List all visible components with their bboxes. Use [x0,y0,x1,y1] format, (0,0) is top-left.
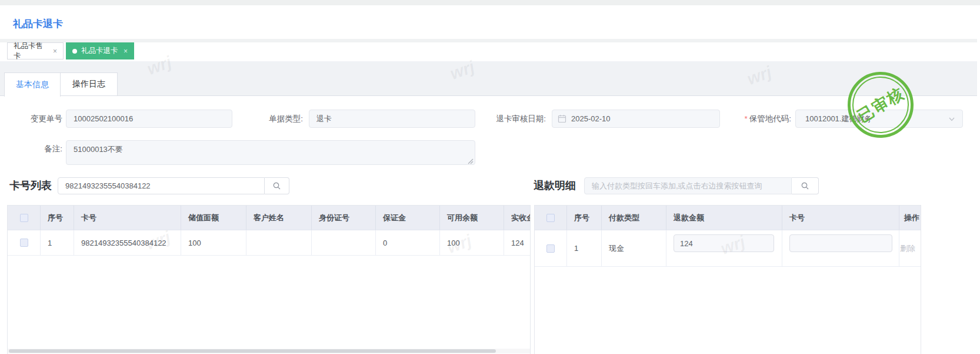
chevron-down-icon [948,115,955,123]
tab-basic-info[interactable]: 基本信息 [4,72,61,97]
row-checkbox[interactable] [546,244,555,253]
col-action: 操作 [899,206,921,230]
card-list-title: 卡号列表 [9,178,52,193]
col-balance: 可用余额 [440,206,504,230]
card-search-button[interactable] [265,177,289,194]
storage-location-value: 10012001.建德财务 [805,114,872,123]
row-checkbox[interactable] [20,239,28,247]
window-tab-bar: 礼品卡售卡 × 礼品卡退卡 × [0,42,977,61]
cell-deposit: 0 [376,230,440,256]
audit-date-label: 退卡审核日期: [447,110,546,128]
cell-pay-type: 现金 [602,230,666,267]
doc-type-label: 单据类型: [224,110,303,128]
refund-search-group [584,177,819,194]
cell-balance: 100 [440,230,504,256]
refund-search-button[interactable] [792,177,819,194]
page-header: 礼品卡退卡 [0,5,977,39]
col-face-value: 储值面额 [181,206,246,230]
search-icon [272,181,281,190]
refund-search-input[interactable] [584,177,792,194]
refund-amount-input[interactable] [674,234,774,252]
refund-header-row: 序号 付款类型 退款金额 卡号 操作 [535,206,921,230]
change-no-field[interactable] [66,110,232,128]
page-title: 礼品卡退卡 [13,17,63,31]
required-asterisk: * [744,114,747,123]
window-tab-label: 礼品卡退卡 [81,46,118,56]
refund-row: 1 现金 删除 [535,230,921,267]
close-icon[interactable]: × [124,47,128,55]
active-dot-icon [72,49,77,54]
storage-location-label: *保管地代码: [694,110,791,128]
col-card-no: 卡号 [782,206,899,230]
cell-card-no: 98214932355540384122 [74,230,181,256]
remark-field[interactable] [66,140,475,165]
cell-customer [246,230,312,256]
search-icon [801,181,809,190]
calendar-icon [558,114,566,123]
card-list-row: 1 98214932355540384122 100 0 100 124 [8,230,531,256]
cell-seq: 1 [41,230,74,256]
scrollbar-thumb[interactable] [9,349,496,353]
col-amount: 退款金额 [666,206,782,230]
col-id-no: 身份证号 [312,206,376,230]
tab-operation-log[interactable]: 操作日志 [61,72,118,96]
close-icon[interactable]: × [53,47,57,55]
storage-location-select[interactable]: 10012001.建德财务 [795,110,963,128]
cell-seq: 1 [567,230,602,267]
col-seq: 序号 [567,206,602,230]
top-strip [0,0,980,5]
col-card-no: 卡号 [74,206,181,230]
delete-row-button[interactable]: 删除 [899,243,921,254]
card-search-input[interactable] [58,177,265,194]
refund-detail-title: 退款明细 [534,178,576,193]
horizontal-scrollbar[interactable] [8,349,530,353]
window-tab-gift-card-sale[interactable]: 礼品卡售卡 × [7,42,64,59]
cell-id-no [312,230,376,256]
cell-received: 124 [504,230,531,256]
col-deposit: 保证金 [376,206,440,230]
card-list-header-row: 序号 卡号 储值面额 客户姓名 身份证号 保证金 可用余额 实收金额 [8,206,531,230]
remark-label: 备注: [0,143,62,155]
col-seq: 序号 [41,206,74,230]
col-customer: 客户姓名 [246,206,312,230]
card-search-group [58,177,289,194]
cell-face-value: 100 [181,230,246,256]
change-no-label: 变更单号 [0,110,62,128]
window-tab-gift-card-refund[interactable]: 礼品卡退卡 × [66,42,134,59]
col-received: 实收金额 [504,206,531,230]
col-pay-type: 付款类型 [602,206,666,230]
refund-detail-table: 序号 付款类型 退款金额 卡号 操作 1 现金 删除 [534,205,921,354]
window-tab-label: 礼品卡售卡 [14,41,49,61]
card-no-input[interactable] [789,234,892,252]
gift-card-refund-page: 礼品卡退卡 礼品卡售卡 × 礼品卡退卡 × 基本信息 操作日志 变更单号 单据类… [0,0,980,354]
card-list-table: 序号 卡号 储值面额 客户姓名 身份证号 保证金 可用余额 实收金额 1 982… [7,205,531,354]
select-all-checkbox[interactable] [546,214,555,222]
select-all-checkbox[interactable] [20,214,28,222]
tabs-band [0,61,977,95]
